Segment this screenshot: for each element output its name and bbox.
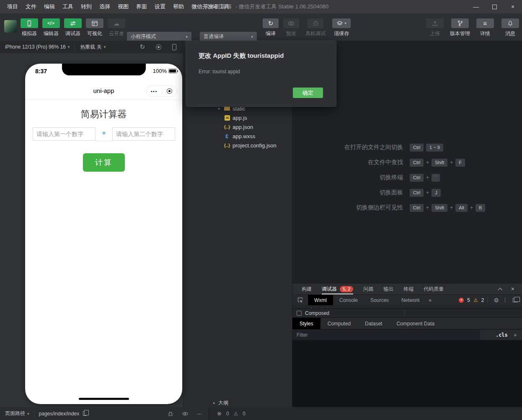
tab-dataset[interactable]: Dataset [358, 318, 389, 330]
outline-label: 大纲 [218, 399, 228, 407]
maximize-icon [492, 5, 497, 9]
visualizer-toggle-button[interactable]: 可视化 [85, 18, 105, 37]
tab-terminal[interactable]: 终端 [403, 283, 413, 294]
devtools-tab-network[interactable]: Network [395, 295, 426, 306]
tab-build[interactable]: 构建 [302, 283, 312, 294]
device-select-value: iPhone 12/13 (Pro) 96% 16 [5, 44, 66, 50]
new-style-rule-icon[interactable] [514, 332, 517, 338]
keycap: B [475, 204, 485, 212]
simulator-toggle-button[interactable]: 模拟器 [19, 18, 39, 37]
dock-side-icon[interactable] [513, 298, 518, 302]
toggle-class-button[interactable]: .cls [496, 332, 508, 338]
devtools-tab-sources[interactable]: Sources [364, 295, 395, 306]
file-tree: static app.js app.json app.wxss [183, 104, 292, 150]
menu-interface[interactable]: 界面 [132, 0, 151, 13]
more-icon[interactable] [196, 410, 202, 417]
tab-problems[interactable]: 问题 [363, 283, 373, 294]
compile-mode-select[interactable]: 普通编译 [200, 32, 257, 41]
devtools-tab-console[interactable]: Console [333, 295, 364, 306]
tree-item-app-wxss[interactable]: app.wxss [183, 131, 292, 141]
eye-icon[interactable] [182, 410, 189, 417]
window-title: 简单计算器 - 微信开发者工具 Stable 1.06.2504060 [204, 0, 328, 13]
window-controls: — × [467, 0, 522, 13]
keycap: Ctrl [410, 159, 424, 167]
menu-view[interactable]: 视图 [114, 0, 132, 13]
minimize-button[interactable]: — [467, 0, 485, 13]
copy-icon[interactable] [83, 411, 87, 416]
tree-item-app-js[interactable]: app.js [183, 113, 292, 122]
divider [96, 141, 112, 141]
number2-input[interactable] [112, 127, 175, 141]
compile-button[interactable]: ↻ 编译 [263, 18, 279, 37]
miniapp-capsule [146, 85, 177, 97]
menu-settings[interactable]: 设置 [151, 0, 169, 13]
outline-section[interactable]: 大纲 [183, 399, 292, 407]
clear-cache-button[interactable]: ▾ 清缓存 [332, 18, 351, 37]
eye-icon [283, 18, 299, 28]
menu-goto[interactable]: 转到 [77, 0, 96, 13]
editor-toggle-button[interactable]: </> 编辑器 [41, 18, 61, 37]
panel-close-icon[interactable]: × [511, 286, 514, 292]
details-button[interactable]: ≡ 详情 [474, 18, 496, 37]
calculate-button[interactable]: 计算 [83, 153, 125, 172]
user-avatar[interactable] [4, 20, 17, 33]
kebab-menu-icon[interactable] [502, 297, 508, 303]
keycap: 1 ~ 9 [426, 144, 443, 152]
warning-triangle-icon[interactable] [473, 298, 478, 303]
rotate-icon[interactable]: ↻ [140, 43, 145, 51]
confirm-button[interactable]: 确定 [293, 88, 323, 98]
more-tabs-icon[interactable] [429, 297, 432, 303]
tab-computed[interactable]: Computed [320, 318, 358, 330]
tab-debugger[interactable]: 调试器 5, 2 [322, 283, 353, 294]
menu-tools[interactable]: 工具 [59, 0, 77, 13]
tree-item-app-json[interactable]: app.json [183, 122, 292, 131]
debugger-toggle-button[interactable]: 调试器 [63, 18, 83, 37]
version-control-button[interactable]: 版本管理 [449, 18, 471, 37]
style-filter-input[interactable] [292, 330, 480, 340]
bug-icon[interactable] [167, 410, 174, 417]
tab-code-quality[interactable]: 代码质量 [424, 283, 444, 294]
number1-input[interactable] [33, 127, 96, 141]
close-button[interactable]: × [504, 0, 522, 13]
shortcut-label: 在文件中查找 [292, 159, 403, 166]
menu-project[interactable]: 项目 [3, 0, 22, 13]
menu-file[interactable]: 文件 [22, 0, 40, 13]
devtools-tab-wxml[interactable]: Wxml [308, 295, 333, 306]
upload-button[interactable]: 上传 [424, 18, 446, 37]
hot-reload-select[interactable]: 热重载 关 [80, 44, 106, 51]
more-dots-icon[interactable] [147, 89, 162, 94]
mode-select[interactable]: 小程序模式 [127, 32, 191, 41]
messages-button[interactable]: 消息 [499, 18, 521, 37]
chevron-right-icon[interactable] [218, 106, 223, 111]
menu-help[interactable]: 帮助 [169, 0, 188, 13]
menu-edit[interactable]: 编辑 [40, 0, 59, 13]
maximize-button[interactable] [485, 0, 504, 13]
error-count: 5 [467, 297, 470, 303]
visualizer-toggle-label: 可视化 [87, 30, 102, 37]
close-target-icon[interactable] [162, 88, 177, 94]
phone-notch [62, 64, 146, 75]
device-frame-icon[interactable] [172, 44, 176, 50]
gear-icon[interactable] [494, 297, 499, 304]
page-path-select[interactable]: 页面路径 [5, 410, 29, 417]
device-select[interactable]: iPhone 12/13 (Pro) 96% 16 [5, 44, 70, 50]
tree-item-project-config[interactable]: project.config.json [183, 141, 292, 150]
keycap: Alt [455, 204, 468, 212]
tab-component-data[interactable]: Component Data [389, 318, 442, 330]
collapse-chevron-icon[interactable] [498, 288, 502, 292]
tab-styles[interactable]: Styles [292, 318, 320, 330]
error-circle-icon[interactable] [459, 298, 464, 303]
device-debug-button[interactable]: 真机调试 [304, 18, 327, 37]
preview-button[interactable]: 预览 [283, 18, 299, 37]
status-bar: 页面路径 pages/index/index 0 0 [0, 407, 522, 420]
simulator-status-icons [167, 410, 203, 417]
inspect-element-icon[interactable] [292, 297, 308, 303]
composed-checkbox[interactable] [297, 311, 302, 316]
record-icon[interactable] [156, 44, 161, 50]
battery-percent: 100% [153, 68, 167, 74]
cloud-dev-button[interactable]: ☁ 云开发 [106, 18, 127, 37]
version-control-label: 版本管理 [450, 30, 470, 37]
debugger-panel: 构建 调试器 5, 2 问题 输出 终端 [292, 283, 522, 407]
tab-output[interactable]: 输出 [383, 283, 393, 294]
menu-select[interactable]: 选择 [96, 0, 114, 13]
